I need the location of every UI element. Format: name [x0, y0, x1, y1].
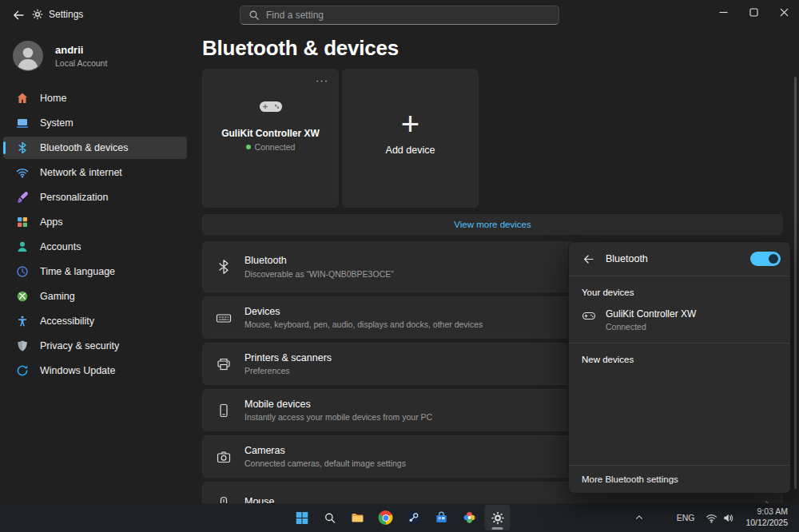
search-box[interactable] — [240, 6, 559, 25]
network-icon — [16, 166, 29, 179]
accessibility-icon — [16, 315, 29, 328]
bluetooth-icon — [216, 259, 232, 275]
accounts-icon — [16, 240, 29, 253]
more-bluetooth-settings-link[interactable]: More Bluetooth settings — [569, 465, 790, 493]
hidden-icons-button[interactable] — [629, 506, 650, 530]
app-title-text: Settings — [49, 9, 83, 20]
sidebar-item-bluetooth-devices[interactable]: Bluetooth & devices — [3, 137, 187, 159]
gear-icon — [491, 511, 504, 525]
user-account-type: Local Account — [55, 58, 107, 68]
sidebar-item-accounts[interactable]: Accounts — [3, 236, 187, 258]
taskbar-chrome-button[interactable] — [373, 505, 399, 530]
file-explorer-icon — [351, 510, 365, 525]
sidebar-item-network-internet[interactable]: Network & internet — [3, 161, 187, 184]
mobile-icon — [216, 403, 232, 419]
back-button[interactable] — [6, 4, 30, 26]
taskbar-photos-button[interactable] — [457, 505, 483, 530]
search-input[interactable] — [266, 10, 551, 21]
sidebar-item-gaming[interactable]: Gaming — [3, 285, 187, 308]
chevron-up-icon — [634, 513, 644, 522]
close-button[interactable] — [769, 0, 799, 24]
chevron-right-icon: › — [765, 496, 769, 503]
clock-date: 10/12/2025 — [745, 518, 788, 529]
taskbar-steam-button[interactable] — [401, 505, 427, 530]
sidebar-item-accessibility[interactable]: Accessibility — [3, 310, 187, 332]
back-icon — [12, 9, 25, 22]
connected-status-dot — [246, 145, 251, 149]
start-icon — [296, 512, 308, 524]
user-account-block[interactable]: andrii Local Account — [13, 41, 192, 71]
view-more-devices-button[interactable]: View more devices — [202, 214, 783, 235]
wifi-icon — [706, 512, 718, 524]
printer-icon — [216, 356, 232, 372]
taskbar-start-button[interactable] — [289, 505, 315, 530]
sidebar: andrii Local Account Home System Bluetoo… — [0, 30, 200, 503]
taskbar-center-icons — [289, 505, 511, 530]
taskbar-settings-button[interactable] — [485, 505, 511, 530]
chrome-icon — [379, 510, 393, 525]
bluetooth-flyout: Bluetooth Your devices GuliKit Controlle… — [568, 241, 791, 494]
your-devices-header: Your devices — [569, 276, 790, 300]
time-language-icon — [16, 265, 29, 278]
window-controls — [708, 0, 799, 24]
steam-icon — [407, 510, 421, 525]
add-device-card[interactable]: + Add device — [342, 69, 479, 208]
volume-icon — [722, 512, 734, 524]
sidebar-item-apps[interactable]: Apps — [3, 211, 187, 233]
language-indicator[interactable]: ENG — [670, 510, 702, 526]
sidebar-item-privacy-security[interactable]: Privacy & security — [3, 335, 187, 357]
user-name: andrii — [55, 44, 107, 57]
system-icon — [16, 117, 29, 129]
personalization-icon — [16, 191, 29, 204]
flyout-title: Bluetooth — [606, 253, 648, 264]
mouse-icon — [216, 495, 232, 504]
plus-icon: + — [401, 108, 419, 140]
sidebar-item-windows-update[interactable]: Windows Update — [3, 359, 187, 382]
maximize-button[interactable] — [738, 0, 769, 24]
avatar — [13, 41, 43, 71]
device-cards: ··· GuliKit Controller XW Connected + Ad… — [202, 69, 783, 208]
device-name: GuliKit Controller XW — [215, 128, 326, 139]
gear-icon — [32, 9, 43, 20]
taskbar-store-button[interactable] — [429, 505, 455, 530]
content-scrollbar[interactable] — [794, 77, 797, 489]
new-devices-header: New devices — [569, 343, 790, 367]
privacy-icon — [16, 339, 29, 352]
home-icon — [16, 92, 29, 105]
camera-icon — [216, 449, 232, 465]
titlebar: Settings — [0, 0, 799, 30]
toggle-knob — [769, 254, 778, 264]
flyout-header: Bluetooth — [569, 242, 790, 276]
photos-icon — [463, 510, 477, 525]
back-icon — [582, 253, 594, 265]
flyout-back-button[interactable] — [578, 249, 598, 268]
store-icon — [435, 510, 449, 525]
sidebar-item-time-language[interactable]: Time & language — [3, 260, 187, 283]
taskbar: ENG 9:03 AM 10/12/2025 — [0, 503, 799, 532]
bluetooth-icon — [16, 141, 29, 154]
taskbar-tray: ENG 9:03 AM 10/12/2025 — [629, 503, 794, 532]
devices-icon — [216, 310, 232, 326]
clock-time: 9:03 AM — [745, 506, 788, 518]
device-card-gulikit[interactable]: ··· GuliKit Controller XW Connected — [202, 69, 339, 208]
gamepad-icon — [582, 308, 596, 323]
windows-update-icon — [16, 364, 29, 377]
taskbar-search-button[interactable] — [317, 505, 343, 530]
sidebar-item-home[interactable]: Home — [3, 87, 187, 109]
sidebar-item-system[interactable]: System — [3, 112, 187, 134]
taskbar-file-explorer-button[interactable] — [345, 505, 371, 530]
network-volume-button[interactable] — [701, 509, 739, 527]
device-status: Connected — [246, 142, 296, 152]
apps-icon — [16, 216, 29, 228]
app-title: Settings — [32, 9, 83, 20]
flyout-device-item[interactable]: GuliKit Controller XW Connected — [569, 300, 790, 343]
clock-tray[interactable]: 9:03 AM 10/12/2025 — [739, 505, 794, 530]
search-icon — [324, 512, 336, 524]
page-title: Bluetooth & devices — [202, 35, 783, 61]
bluetooth-toggle[interactable] — [750, 252, 781, 266]
more-icon: ··· — [316, 74, 328, 86]
sidebar-item-personalization[interactable]: Personalization — [3, 186, 187, 208]
minimize-button[interactable] — [708, 0, 738, 24]
add-device-label: Add device — [386, 145, 435, 156]
more-options-button[interactable]: ··· — [312, 71, 332, 89]
